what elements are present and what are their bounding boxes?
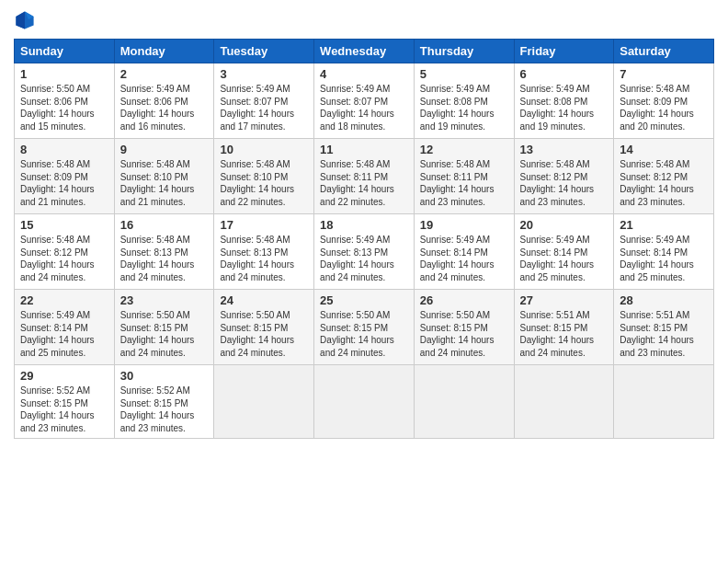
day-info: Sunrise: 5:52 AMSunset: 8:15 PMDaylight:… <box>120 385 195 433</box>
day-number: 14 <box>620 143 708 156</box>
day-info: Sunrise: 5:50 AMSunset: 8:15 PMDaylight:… <box>320 310 394 358</box>
calendar-cell: 14 Sunrise: 5:48 AMSunset: 8:12 PMDaylig… <box>614 139 714 214</box>
calendar-cell: 18 Sunrise: 5:49 AMSunset: 8:13 PMDaylig… <box>314 214 415 290</box>
day-number: 26 <box>420 293 508 307</box>
day-number: 13 <box>520 143 609 156</box>
day-number: 29 <box>20 369 108 383</box>
day-info: Sunrise: 5:52 AMSunset: 8:15 PMDaylight:… <box>20 385 95 433</box>
calendar-cell: 20 Sunrise: 5:49 AMSunset: 8:14 PMDaylig… <box>514 214 614 290</box>
weekday-header-sunday: Sunday <box>15 40 115 63</box>
calendar-cell: 6 Sunrise: 5:49 AMSunset: 8:08 PMDayligh… <box>514 63 614 139</box>
logo <box>14 9 38 31</box>
calendar-cell: 4 Sunrise: 5:49 AMSunset: 8:07 PMDayligh… <box>314 63 415 139</box>
day-info: Sunrise: 5:48 AMSunset: 8:13 PMDaylight:… <box>220 235 294 282</box>
week-row-2: 8 Sunrise: 5:48 AMSunset: 8:09 PMDayligh… <box>15 139 714 214</box>
day-number: 1 <box>20 67 108 81</box>
day-info: Sunrise: 5:49 AMSunset: 8:08 PMDaylight:… <box>420 84 495 132</box>
weekday-header-row: SundayMondayTuesdayWednesdayThursdayFrid… <box>15 40 714 63</box>
day-info: Sunrise: 5:51 AMSunset: 8:15 PMDaylight:… <box>520 310 595 358</box>
day-number: 5 <box>420 67 508 81</box>
day-info: Sunrise: 5:48 AMSunset: 8:09 PMDaylight:… <box>620 84 694 132</box>
calendar-cell <box>314 365 415 439</box>
weekday-header-monday: Monday <box>114 40 214 63</box>
calendar-cell: 23 Sunrise: 5:50 AMSunset: 8:15 PMDaylig… <box>114 290 214 365</box>
calendar-cell: 10 Sunrise: 5:48 AMSunset: 8:10 PMDaylig… <box>214 139 314 214</box>
weekday-header-tuesday: Tuesday <box>214 40 314 63</box>
day-number: 23 <box>120 293 209 307</box>
calendar-cell: 19 Sunrise: 5:49 AMSunset: 8:14 PMDaylig… <box>414 214 514 290</box>
calendar-cell: 13 Sunrise: 5:48 AMSunset: 8:12 PMDaylig… <box>514 139 614 214</box>
calendar-cell: 22 Sunrise: 5:49 AMSunset: 8:14 PMDaylig… <box>15 290 115 365</box>
calendar-cell: 8 Sunrise: 5:48 AMSunset: 8:09 PMDayligh… <box>15 139 115 214</box>
day-number: 27 <box>520 293 609 307</box>
day-number: 11 <box>320 143 408 156</box>
day-number: 9 <box>120 143 209 156</box>
day-info: Sunrise: 5:49 AMSunset: 8:07 PMDaylight:… <box>320 84 394 132</box>
day-number: 17 <box>220 218 308 232</box>
calendar-cell: 5 Sunrise: 5:49 AMSunset: 8:08 PMDayligh… <box>414 63 514 139</box>
day-number: 7 <box>620 67 708 81</box>
day-number: 30 <box>120 369 209 383</box>
day-info: Sunrise: 5:49 AMSunset: 8:14 PMDaylight:… <box>420 235 495 282</box>
day-info: Sunrise: 5:51 AMSunset: 8:15 PMDaylight:… <box>620 310 694 358</box>
day-number: 6 <box>520 67 609 81</box>
day-number: 28 <box>620 293 708 307</box>
calendar-cell: 25 Sunrise: 5:50 AMSunset: 8:15 PMDaylig… <box>314 290 415 365</box>
day-info: Sunrise: 5:49 AMSunset: 8:08 PMDaylight:… <box>520 84 595 132</box>
svg-marker-2 <box>16 11 25 29</box>
calendar-cell: 16 Sunrise: 5:48 AMSunset: 8:13 PMDaylig… <box>114 214 214 290</box>
day-number: 3 <box>220 67 308 81</box>
calendar-cell <box>614 365 714 439</box>
week-row-1: 1 Sunrise: 5:50 AMSunset: 8:06 PMDayligh… <box>15 63 714 139</box>
weekday-header-friday: Friday <box>514 40 614 63</box>
header <box>14 9 714 31</box>
calendar-cell: 27 Sunrise: 5:51 AMSunset: 8:15 PMDaylig… <box>514 290 614 365</box>
calendar-cell: 17 Sunrise: 5:48 AMSunset: 8:13 PMDaylig… <box>214 214 314 290</box>
day-info: Sunrise: 5:48 AMSunset: 8:11 PMDaylight:… <box>420 159 495 207</box>
calendar-table: SundayMondayTuesdayWednesdayThursdayFrid… <box>14 39 714 439</box>
day-info: Sunrise: 5:50 AMSunset: 8:06 PMDaylight:… <box>20 84 95 132</box>
calendar-cell: 9 Sunrise: 5:48 AMSunset: 8:10 PMDayligh… <box>114 139 214 214</box>
day-number: 18 <box>320 218 408 232</box>
page: SundayMondayTuesdayWednesdayThursdayFrid… <box>0 0 728 448</box>
day-number: 19 <box>420 218 508 232</box>
day-info: Sunrise: 5:50 AMSunset: 8:15 PMDaylight:… <box>420 310 495 358</box>
calendar-cell: 11 Sunrise: 5:48 AMSunset: 8:11 PMDaylig… <box>314 139 415 214</box>
day-info: Sunrise: 5:49 AMSunset: 8:14 PMDaylight:… <box>20 310 95 358</box>
day-number: 4 <box>320 67 408 81</box>
calendar-cell: 24 Sunrise: 5:50 AMSunset: 8:15 PMDaylig… <box>214 290 314 365</box>
calendar-cell: 7 Sunrise: 5:48 AMSunset: 8:09 PMDayligh… <box>614 63 714 139</box>
calendar-cell: 2 Sunrise: 5:49 AMSunset: 8:06 PMDayligh… <box>114 63 214 139</box>
day-info: Sunrise: 5:49 AMSunset: 8:07 PMDaylight:… <box>220 84 294 132</box>
day-info: Sunrise: 5:50 AMSunset: 8:15 PMDaylight:… <box>120 310 195 358</box>
week-row-4: 22 Sunrise: 5:49 AMSunset: 8:14 PMDaylig… <box>15 290 714 365</box>
day-number: 21 <box>620 218 708 232</box>
calendar-cell <box>214 365 314 439</box>
day-info: Sunrise: 5:48 AMSunset: 8:09 PMDaylight:… <box>20 159 95 207</box>
day-number: 15 <box>20 218 108 232</box>
day-info: Sunrise: 5:50 AMSunset: 8:15 PMDaylight:… <box>220 310 294 358</box>
calendar-cell: 1 Sunrise: 5:50 AMSunset: 8:06 PMDayligh… <box>15 63 115 139</box>
day-number: 16 <box>120 218 209 232</box>
day-number: 2 <box>120 67 209 81</box>
day-info: Sunrise: 5:49 AMSunset: 8:14 PMDaylight:… <box>620 235 694 282</box>
calendar-cell <box>414 365 514 439</box>
calendar-cell: 26 Sunrise: 5:50 AMSunset: 8:15 PMDaylig… <box>414 290 514 365</box>
calendar-cell: 29 Sunrise: 5:52 AMSunset: 8:15 PMDaylig… <box>15 365 115 439</box>
day-number: 20 <box>520 218 609 232</box>
day-number: 10 <box>220 143 308 156</box>
weekday-header-thursday: Thursday <box>414 40 514 63</box>
logo-icon <box>14 9 36 31</box>
day-info: Sunrise: 5:48 AMSunset: 8:12 PMDaylight:… <box>520 159 595 207</box>
day-number: 8 <box>20 143 108 156</box>
day-info: Sunrise: 5:48 AMSunset: 8:13 PMDaylight:… <box>120 235 195 282</box>
day-info: Sunrise: 5:48 AMSunset: 8:12 PMDaylight:… <box>20 235 95 282</box>
week-row-5: 29 Sunrise: 5:52 AMSunset: 8:15 PMDaylig… <box>15 365 714 439</box>
calendar-cell: 3 Sunrise: 5:49 AMSunset: 8:07 PMDayligh… <box>214 63 314 139</box>
day-number: 25 <box>320 293 408 307</box>
calendar-cell: 30 Sunrise: 5:52 AMSunset: 8:15 PMDaylig… <box>114 365 214 439</box>
day-info: Sunrise: 5:49 AMSunset: 8:14 PMDaylight:… <box>520 235 595 282</box>
calendar-cell: 12 Sunrise: 5:48 AMSunset: 8:11 PMDaylig… <box>414 139 514 214</box>
day-number: 24 <box>220 293 308 307</box>
day-info: Sunrise: 5:49 AMSunset: 8:06 PMDaylight:… <box>120 84 195 132</box>
